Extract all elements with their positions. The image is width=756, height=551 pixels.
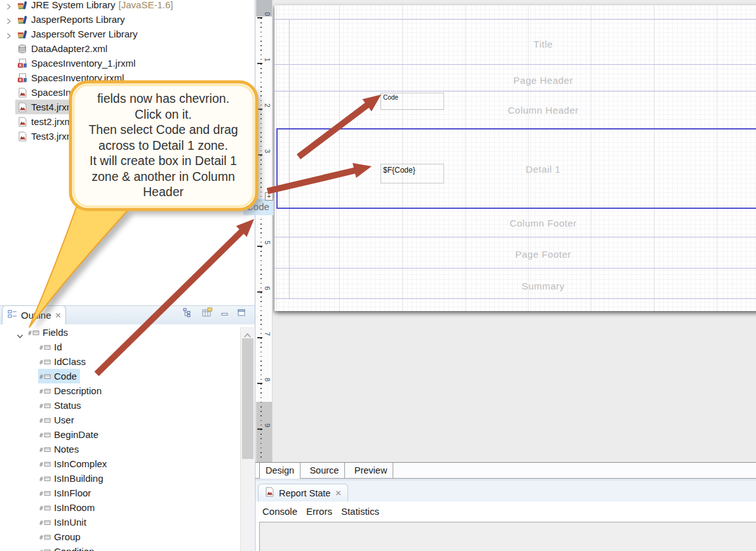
scrollbar-thumb[interactable] xyxy=(242,338,253,459)
tab-source[interactable]: Source xyxy=(304,463,345,478)
ruler-number: 1 xyxy=(264,58,271,67)
report-design-canvas[interactable]: TitlePage HeaderColumn HeaderDetail 1Col… xyxy=(272,0,756,462)
close-icon[interactable]: ✕ xyxy=(335,489,341,498)
outline-field-item-label: IsInUnit xyxy=(54,517,86,528)
project-tree-item-label: JasperReports Library xyxy=(31,14,125,25)
static-text-label: Code xyxy=(383,94,398,101)
project-tree-item-content[interactable]: DataAdapter2.xml xyxy=(15,41,111,56)
outline-tab-label: Outline xyxy=(21,310,51,321)
report-state-panel: Report State ✕ ConsoleErrorsStatistics xyxy=(255,479,756,551)
project-tree-item: xSpacesInventory_1.jrxml xyxy=(0,56,255,70)
report-state-tab-label: Report State xyxy=(279,488,330,498)
outline-field-item-label: Notes xyxy=(54,444,79,455)
outline-field-item-content[interactable]: #IsInFloor xyxy=(38,486,94,500)
band-separator-line xyxy=(274,268,756,269)
close-icon[interactable]: ✕ xyxy=(55,311,62,320)
outline-field-item-content[interactable]: #Code xyxy=(38,369,80,383)
drag-copy-badge: + xyxy=(265,192,273,201)
ruler-major-tick xyxy=(257,383,262,384)
ruler-number: 8 xyxy=(264,378,271,387)
project-tree-item-content[interactable]: Jaspersoft Server Library xyxy=(15,27,141,41)
outline-field-item: #Group xyxy=(0,529,255,544)
subtab-console[interactable]: Console xyxy=(262,506,297,517)
chevron-right-icon[interactable] xyxy=(6,1,12,8)
tab-report-state[interactable]: Report State ✕ xyxy=(258,484,348,501)
text-field-element[interactable]: $F{Code} xyxy=(381,164,444,183)
subtab-errors[interactable]: Errors xyxy=(306,506,332,517)
console-output-area xyxy=(259,522,756,551)
panel-divider[interactable] xyxy=(255,0,255,551)
outline-field-item-content[interactable]: #Group xyxy=(38,529,84,544)
ruler-major-tick xyxy=(257,63,262,64)
outline-field-item: #IsInComplex xyxy=(0,456,255,471)
outline-field-item: #IsInUnit xyxy=(0,515,255,529)
report-icon xyxy=(17,131,28,142)
outline-field-item-label: Status xyxy=(54,400,81,411)
outline-field-item-content[interactable]: #IdClass xyxy=(38,354,89,369)
project-tree-item: Test4.jrxml xyxy=(0,100,255,114)
view-menu-icon[interactable] xyxy=(201,307,213,317)
outline-field-item-content[interactable]: #BeginDate xyxy=(38,427,102,442)
report-page[interactable]: TitlePage HeaderColumn HeaderDetail 1Col… xyxy=(274,5,756,311)
svg-text:#: # xyxy=(39,387,43,394)
band-separator-line xyxy=(274,298,756,299)
outline-field-item-content[interactable]: #IsInUnit xyxy=(38,515,90,529)
project-tree-item-content[interactable]: Test4.jrxml xyxy=(15,100,80,114)
outline-field-item-content[interactable]: #Condition xyxy=(38,544,97,551)
field-icon: # xyxy=(39,358,51,366)
band-label: Page Footer xyxy=(274,249,756,260)
field-icon: # xyxy=(39,548,51,551)
field-expression-label: $F{Code} xyxy=(383,166,415,175)
outline-field-item: #BeginDate xyxy=(0,427,255,442)
project-tree-item-content[interactable]: Test3.jrxml xyxy=(15,129,80,143)
field-icon: # xyxy=(39,460,51,468)
project-tree-item-content[interactable]: xSpacesInventory_1.jrxml xyxy=(15,56,138,70)
outline-field-item-content[interactable]: #Id xyxy=(38,340,65,354)
project-tree-item-content[interactable]: JRE System Library[JavaSE-1.6] xyxy=(15,0,176,12)
project-tree-item-content[interactable]: xSpacesInventory.jrxml xyxy=(15,70,127,85)
band-label: Title xyxy=(274,39,756,50)
svg-text:#: # xyxy=(39,358,43,365)
band-label: Column Footer xyxy=(274,218,756,229)
project-tree-item-content[interactable]: JasperReports Library xyxy=(15,12,128,27)
chevron-right-icon[interactable] xyxy=(6,16,12,23)
tab-design[interactable]: Design xyxy=(259,463,300,479)
maximize-icon[interactable] xyxy=(237,309,246,317)
outline-field-item: #Condition xyxy=(0,544,255,551)
project-tree-item-label: SpacesInventory.jrxml xyxy=(31,72,124,83)
link-with-editor-icon[interactable] xyxy=(183,308,194,317)
outline-scrollbar[interactable] xyxy=(240,327,254,551)
outline-field-item-content[interactable]: #IsInComplex xyxy=(38,456,110,471)
band-label: Detail 1 xyxy=(274,164,756,175)
outline-field-item: #Code xyxy=(0,369,255,383)
ruler-major-tick xyxy=(257,246,262,247)
project-tree-item-content[interactable]: SpacesInv xyxy=(15,85,79,100)
tab-preview[interactable]: Preview xyxy=(349,463,394,478)
outline-field-item-content[interactable]: #IsInRoom xyxy=(38,500,98,515)
band-separator-line xyxy=(274,19,756,20)
project-tree-item-label: test2.jrxml xyxy=(31,116,74,127)
outline-field-item-label: Id xyxy=(54,342,62,352)
chevron-right-icon[interactable] xyxy=(6,30,12,37)
project-tree-item: JRE System Library[JavaSE-1.6] xyxy=(0,0,255,12)
outline-field-item-content[interactable]: #Fields xyxy=(27,325,71,340)
project-tree-item-content[interactable]: test2.jrxml xyxy=(15,114,78,129)
report-icon xyxy=(17,102,28,112)
subtab-statistics[interactable]: Statistics xyxy=(341,506,379,517)
svg-text:#: # xyxy=(39,446,43,453)
outline-field-item-content[interactable]: #User xyxy=(38,413,78,427)
minimize-icon[interactable] xyxy=(220,309,229,317)
outline-field-item-content[interactable]: #IsInBuilding xyxy=(38,471,107,486)
outline-field-item-label: User xyxy=(54,415,74,425)
svg-text:#: # xyxy=(39,416,43,423)
chevron-down-icon[interactable] xyxy=(17,330,23,337)
outline-field-item-content[interactable]: #Status xyxy=(38,398,84,413)
static-text-element[interactable]: Code xyxy=(381,93,444,110)
field-icon: # xyxy=(39,343,51,351)
svg-text:#: # xyxy=(39,402,43,409)
project-tree-item: xSpacesInventory.jrxml xyxy=(0,70,255,85)
outline-field-item-content[interactable]: #Notes xyxy=(38,442,82,456)
outline-field-item-content[interactable]: #Description xyxy=(38,383,105,398)
tab-outline[interactable]: Outline ✕ xyxy=(2,305,66,324)
vertical-ruler: 0123456789 xyxy=(256,0,273,462)
